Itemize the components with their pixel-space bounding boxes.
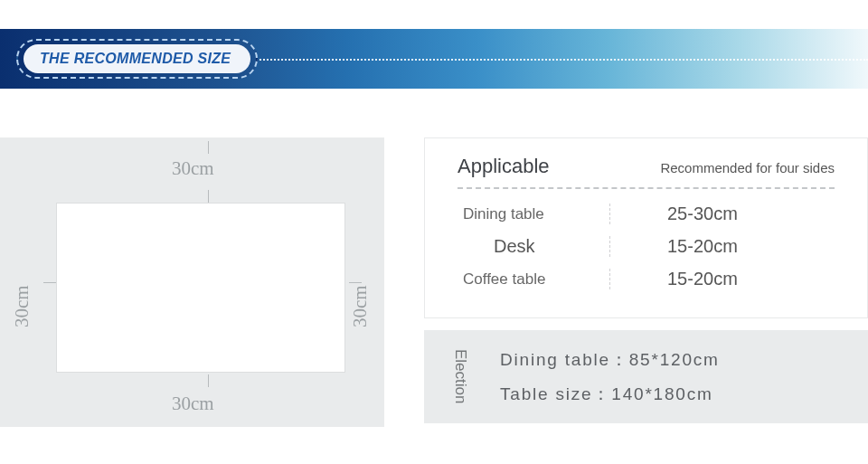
tick-bottom-inner: [208, 374, 209, 387]
spec-row-coffee: Coffee table 15-20cm: [458, 269, 835, 289]
label-right: 30cm: [349, 285, 372, 327]
label-bottom: 30cm: [172, 393, 214, 415]
spec-row-dining: Dining table 25-30cm: [458, 204, 835, 224]
election-panel: Election Dining table：85*120cm Table siz…: [424, 330, 868, 423]
title-pill: THE RECOMMENDED SIZE: [16, 39, 258, 79]
election-table: Table size：140*180cm: [500, 377, 720, 412]
banner-title: THE RECOMMENDED SIZE: [24, 44, 250, 73]
election-text: Dining table：85*120cm Table size：140*180…: [500, 343, 720, 412]
label-top: 30cm: [172, 157, 214, 180]
election-table-value: 140*180cm: [611, 384, 712, 403]
spec-title: Applicable: [458, 155, 550, 178]
spec-panel: Applicable Recommended for four sides Di…: [424, 137, 868, 318]
spec-divider: [458, 187, 835, 189]
spec-row-label: Coffee table: [458, 270, 609, 289]
spec-row-label: Dining table: [458, 205, 609, 223]
size-diagram: 30cm 30cm 30cm 30cm: [0, 137, 384, 427]
election-dining-value: 85*120cm: [629, 350, 720, 369]
spec-row-sep: [609, 204, 627, 224]
banner: THE RECOMMENDED SIZE: [0, 29, 868, 89]
label-left: 30cm: [11, 285, 33, 327]
spec-row-label: Desk: [458, 236, 609, 257]
banner-dotted-line: [235, 59, 868, 61]
spec-row-desk: Desk 15-20cm: [458, 236, 835, 257]
spec-row-sep: [609, 236, 627, 257]
tick-top: [208, 141, 209, 154]
tick-right-inner: [349, 282, 362, 283]
spec-row-value: 25-30cm: [627, 204, 835, 224]
spec-subtitle: Recommended for four sides: [660, 160, 835, 175]
spec-row-value: 15-20cm: [627, 269, 835, 289]
spec-rows: Dining table 25-30cm Desk 15-20cm Coffee…: [425, 204, 867, 308]
tick-left-inner: [43, 282, 56, 283]
spec-row-sep: [609, 269, 627, 289]
spec-row-value: 15-20cm: [627, 236, 835, 257]
election-label: Election: [451, 349, 469, 403]
election-table-label: Table size：: [500, 384, 611, 403]
election-dining-label: Dining table：: [500, 350, 629, 369]
diagram-table-rect: [56, 203, 345, 373]
spec-header: Applicable Recommended for four sides: [425, 138, 867, 178]
tick-top-inner: [208, 190, 209, 203]
election-dining: Dining table：85*120cm: [500, 343, 720, 377]
